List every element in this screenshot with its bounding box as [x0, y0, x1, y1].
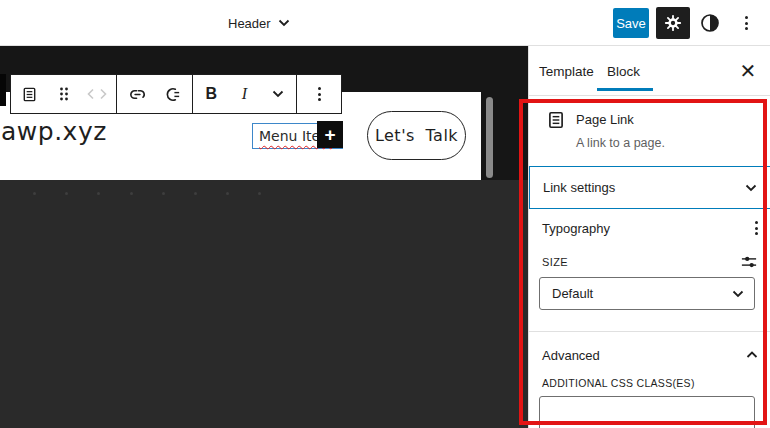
- link-settings-label: Link settings: [543, 180, 615, 195]
- settings-sidebar: Template Block ✕ Page Link A link to a p…: [528, 46, 770, 428]
- chevron-down-icon: [272, 90, 284, 98]
- advanced-title: Advanced: [542, 348, 600, 363]
- typography-title: Typography: [542, 221, 610, 236]
- canvas-scrollbar[interactable]: [486, 97, 493, 178]
- toolbar-segment-format: B I: [193, 75, 297, 113]
- block-card-description: A link to a page.: [576, 136, 665, 150]
- kebab-menu-icon: [745, 16, 748, 30]
- site-editor-window: Header Save: [0, 0, 770, 428]
- css-classes-input[interactable]: [539, 396, 755, 428]
- settings-button[interactable]: [656, 7, 690, 39]
- chevron-up-icon: [746, 351, 758, 359]
- template-switcher[interactable]: Header: [228, 0, 290, 46]
- page-link-block-icon: [546, 110, 566, 130]
- chevron-down-icon: [745, 184, 757, 192]
- typography-options-button[interactable]: [755, 221, 758, 235]
- tab-template[interactable]: Template: [539, 46, 594, 96]
- canvas-background: [0, 180, 528, 428]
- page-link-block-icon[interactable]: [15, 79, 45, 109]
- block-options-button[interactable]: [304, 79, 334, 109]
- block-card-title: Page Link: [576, 112, 665, 127]
- add-block-button[interactable]: +: [317, 121, 343, 148]
- font-size-select[interactable]: Default: [539, 277, 755, 310]
- save-button[interactable]: Save: [613, 8, 649, 38]
- move-arrows-icon: [82, 79, 112, 109]
- spacing-dots: [0, 192, 528, 196]
- size-row: SIZE: [529, 251, 770, 273]
- font-size-value: Default: [552, 286, 593, 301]
- contrast-icon: [700, 13, 720, 33]
- toolbar-segment-link: [117, 75, 193, 113]
- toolbar-segment-options: [297, 75, 341, 113]
- lets-talk-button[interactable]: Let's Talk: [367, 111, 466, 160]
- bold-button[interactable]: B: [196, 79, 226, 109]
- style-variations-button[interactable]: [696, 10, 724, 36]
- topbar-options-button[interactable]: [733, 10, 759, 36]
- site-title[interactable]: awp.xyz: [1, 117, 107, 146]
- format-chevron-button[interactable]: [263, 79, 293, 109]
- block-toolbar: B I: [10, 74, 342, 114]
- offscreen-toolbar-fragment: [0, 74, 6, 106]
- size-settings-icon[interactable]: [740, 254, 758, 270]
- block-card: Page Link A link to a page.: [529, 96, 770, 166]
- sidebar-tabs: Template Block ✕: [529, 46, 770, 96]
- section-divider: [529, 331, 770, 332]
- advanced-panel-header[interactable]: Advanced: [529, 343, 770, 367]
- chevron-down-icon: [278, 19, 290, 27]
- size-label: SIZE: [542, 256, 568, 268]
- template-switcher-label: Header: [228, 16, 271, 31]
- italic-button[interactable]: I: [230, 79, 260, 109]
- editor-topbar: Header Save: [0, 0, 770, 46]
- typography-header: Typography: [529, 216, 770, 240]
- link-icon[interactable]: [122, 79, 152, 109]
- link-settings-panel[interactable]: Link settings: [529, 166, 770, 209]
- submenu-icon[interactable]: [157, 79, 187, 109]
- css-classes-label: ADDITIONAL CSS CLASS(ES): [542, 377, 695, 389]
- gear-icon: [664, 14, 682, 32]
- drag-handle-icon[interactable]: [49, 79, 79, 109]
- toolbar-segment-block: [11, 75, 117, 113]
- kebab-menu-icon: [318, 87, 321, 101]
- editor-canvas: awp.xyz Menu Item + Let's Talk: [0, 46, 528, 428]
- close-sidebar-button[interactable]: ✕: [733, 57, 763, 85]
- chevron-down-icon: [732, 290, 744, 298]
- active-tab-indicator: [597, 88, 653, 91]
